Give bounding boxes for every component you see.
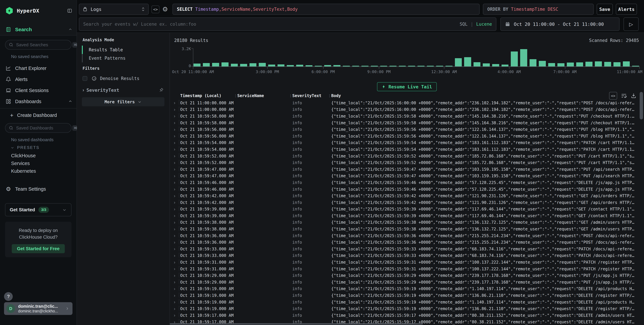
row-expand-chevron[interactable]: › xyxy=(173,233,180,238)
presets-toggle[interactable]: PRESETS xyxy=(10,145,40,150)
row-expand-chevron[interactable]: › xyxy=(173,167,180,172)
table-row[interactable]: ›Oct 21 10:59:36.000 AMinfo{"time_local"… xyxy=(170,232,644,239)
row-expand-chevron[interactable]: › xyxy=(173,180,180,185)
date-range-picker[interactable]: Oct 20 11:00:00 - Oct 21 11:00:00 xyxy=(500,17,620,31)
row-expand-chevron[interactable]: › xyxy=(173,246,180,252)
row-expand-chevron[interactable]: › xyxy=(173,140,180,145)
row-expand-chevron[interactable]: › xyxy=(173,120,180,125)
row-expand-chevron[interactable]: › xyxy=(173,213,180,218)
histogram-bar[interactable] xyxy=(483,63,490,66)
table-row[interactable]: ›Oct 21 10:59:17.000 AMinfo{"time_local"… xyxy=(170,312,644,319)
select-clause-input[interactable]: SELECT Timestamp,ServiceName,SeverityTex… xyxy=(172,4,480,15)
preset-kubernetes[interactable]: Kubernetes xyxy=(11,168,36,174)
histogram-bar[interactable] xyxy=(315,66,322,66)
row-expand-chevron[interactable]: › xyxy=(173,286,180,292)
row-expand-chevron[interactable]: › xyxy=(173,300,180,305)
row-expand-chevron[interactable]: › xyxy=(173,113,180,119)
table-row[interactable]: ›Oct 21 10:59:33.000 AMinfo{"time_local"… xyxy=(170,246,644,252)
histogram-bar[interactable] xyxy=(558,63,564,66)
row-expand-chevron[interactable]: › xyxy=(173,160,180,165)
histogram-bar[interactable] xyxy=(595,61,602,66)
mode-results-table[interactable]: Results Table xyxy=(82,46,166,54)
histogram-bar[interactable] xyxy=(427,66,434,66)
table-row[interactable]: ›Oct 21 10:59:47.000 AMinfo{"time_local"… xyxy=(170,166,644,173)
table-row[interactable]: ›Oct 21 10:59:38.000 AMinfo{"time_local"… xyxy=(170,219,644,226)
table-row[interactable]: ›Oct 21 10:59:39.000 AMinfo{"time_local"… xyxy=(170,206,644,213)
histogram-bar[interactable] xyxy=(212,63,219,66)
histogram-bar[interactable] xyxy=(586,62,592,66)
row-expand-chevron[interactable]: › xyxy=(173,306,180,312)
column-header-severitytext[interactable]: ⋮⋮SeverityText xyxy=(292,93,331,98)
histogram-bar[interactable] xyxy=(194,63,200,66)
histogram-bar[interactable] xyxy=(334,65,340,66)
denoise-results-filter[interactable]: Denoise Results xyxy=(82,74,166,83)
preset-services[interactable]: Services xyxy=(11,161,30,166)
table-row[interactable]: ›Oct 21 10:59:46.000 AMinfo{"time_local"… xyxy=(170,179,644,186)
column-header-servicename[interactable]: ⋮⋮ServiceName xyxy=(237,93,292,98)
histogram-bar[interactable] xyxy=(371,66,378,66)
row-expand-chevron[interactable]: › xyxy=(173,240,180,245)
row-expand-chevron[interactable]: › xyxy=(173,220,180,225)
row-expand-chevron[interactable]: › xyxy=(173,153,180,159)
histogram-bar[interactable] xyxy=(474,62,480,66)
table-row[interactable]: ›Oct 21 10:59:56.000 AMinfo{"time_local"… xyxy=(170,126,644,133)
alerts-button[interactable]: Alerts xyxy=(616,4,637,15)
row-expand-chevron[interactable]: › xyxy=(173,313,180,318)
histogram-bar[interactable] xyxy=(268,64,275,66)
get-started-toggle[interactable]: Get Started 3/3 xyxy=(5,203,72,216)
histogram-bar[interactable] xyxy=(530,59,536,66)
histogram-bar[interactable] xyxy=(539,61,546,66)
table-row[interactable]: ›Oct 21 10:59:54.000 AMinfo{"time_local"… xyxy=(170,146,644,153)
histogram-bar[interactable] xyxy=(632,66,639,66)
lucene-search-input[interactable]: SQL | Lucene xyxy=(79,17,496,31)
table-row[interactable]: ›Oct 21 10:59:42.000 AMinfo{"time_local"… xyxy=(170,199,644,206)
histogram-bar[interactable] xyxy=(306,65,312,66)
histogram-bar[interactable] xyxy=(390,66,396,66)
row-expand-chevron[interactable]: › xyxy=(173,280,180,285)
row-expand-chevron[interactable]: › xyxy=(173,187,180,192)
histogram-bar[interactable] xyxy=(502,64,508,66)
sidebar-item-team-settings[interactable]: ⚙ Team Settings xyxy=(6,184,72,194)
table-row[interactable]: ›Oct 21 10:59:58.000 AMinfo{"time_local"… xyxy=(170,120,644,126)
resume-live-tail-button[interactable]: Resume Live Tail xyxy=(377,82,437,91)
histogram-bar[interactable] xyxy=(343,66,350,66)
table-row[interactable]: ›Oct 21 10:59:19.000 AMinfo{"time_local"… xyxy=(170,299,644,306)
row-expand-chevron[interactable]: › xyxy=(173,173,180,179)
row-expand-chevron[interactable]: › xyxy=(173,227,180,232)
user-menu[interactable]: D dominic.tran@clic... dominic.tran@clic… xyxy=(4,302,72,315)
histogram-bar[interactable] xyxy=(567,62,574,66)
column-resize-handle[interactable]: ⋮⋮ xyxy=(328,94,333,98)
saved-dashboards-field[interactable] xyxy=(16,125,72,131)
table-row[interactable]: ›Oct 21 10:59:38.000 AMinfo{"time_local"… xyxy=(170,226,644,232)
table-row[interactable]: ›Oct 21 10:59:29.000 AMinfo{"time_local"… xyxy=(170,279,644,286)
row-expand-chevron[interactable]: › xyxy=(173,107,180,112)
row-expand-chevron[interactable]: › xyxy=(173,207,180,212)
histogram-bar[interactable] xyxy=(576,62,583,66)
histogram-bar[interactable] xyxy=(492,64,499,66)
table-row[interactable]: ›Oct 21 10:59:56.000 AMinfo{"time_local"… xyxy=(170,133,644,140)
table-row[interactable]: ›Oct 21 10:59:31.000 AMinfo{"time_local"… xyxy=(170,266,644,272)
row-expand-chevron[interactable]: › xyxy=(173,273,180,278)
table-row[interactable]: ›Oct 21 10:59:19.000 AMinfo{"time_local"… xyxy=(170,305,644,312)
table-row[interactable]: ›Oct 21 10:59:33.000 AMinfo{"time_local"… xyxy=(170,252,644,259)
vertical-scrollbar[interactable] xyxy=(640,92,643,119)
histogram-bar[interactable] xyxy=(436,66,443,66)
row-expand-chevron[interactable]: › xyxy=(173,147,180,152)
sql-mode-toggle[interactable]: SQL xyxy=(460,22,468,27)
column-header-timestamp[interactable]: Timestamp (Local) xyxy=(180,93,237,98)
histogram-bar[interactable] xyxy=(240,64,247,66)
edit-sql-icon-button[interactable]: <> xyxy=(152,5,160,13)
table-row[interactable]: ›Oct 21 10:59:46.000 AMinfo{"time_local"… xyxy=(170,186,644,193)
column-resize-handle[interactable]: ⋮⋮ xyxy=(289,94,294,98)
pin-icon[interactable] xyxy=(158,86,165,94)
table-row[interactable]: ›Oct 21 10:59:54.000 AMinfo{"time_local"… xyxy=(170,140,644,146)
column-resize-handle[interactable]: ⋮⋮ xyxy=(234,94,239,98)
table-row[interactable]: ›Oct 21 10:59:31.000 AMinfo{"time_local"… xyxy=(170,259,644,266)
search-field[interactable] xyxy=(83,22,460,27)
histogram-bar[interactable] xyxy=(614,62,620,66)
mode-event-patterns[interactable]: Event Patterns xyxy=(82,54,166,62)
histogram-bar[interactable] xyxy=(399,66,406,66)
run-query-button[interactable]: ▷ xyxy=(624,17,639,31)
row-expand-chevron[interactable]: › xyxy=(173,100,180,105)
histogram-bar[interactable] xyxy=(296,65,303,66)
